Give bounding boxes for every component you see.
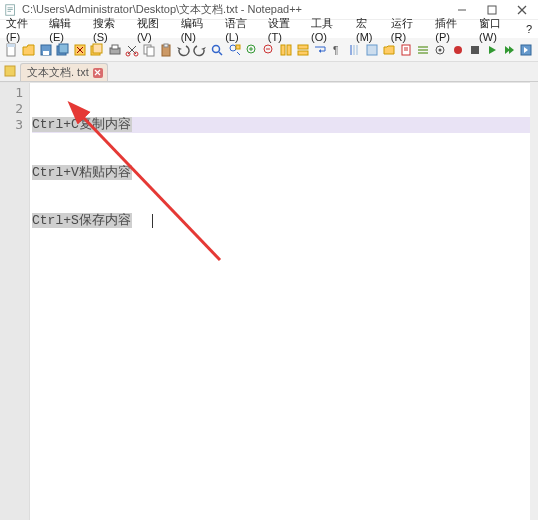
svg-rect-18 (93, 44, 102, 53)
toolbar: ¶ (0, 38, 538, 62)
redo-icon[interactable] (193, 41, 208, 59)
close-all-icon[interactable] (90, 41, 105, 59)
menu-window[interactable]: 窗口(W) (475, 15, 522, 44)
line-number-gutter: 1 2 3 (0, 83, 30, 520)
copy-icon[interactable] (141, 41, 156, 59)
svg-rect-2 (8, 9, 13, 10)
svg-rect-40 (298, 45, 308, 49)
save-all-icon[interactable] (55, 41, 70, 59)
svg-rect-52 (418, 52, 428, 54)
svg-rect-41 (298, 51, 308, 55)
svg-rect-39 (287, 45, 291, 55)
play-macro-icon[interactable] (484, 41, 499, 59)
menu-language[interactable]: 语言(L) (221, 15, 264, 44)
menu-run[interactable]: 运行(R) (387, 15, 431, 44)
menu-file[interactable]: 文件(F) (2, 15, 45, 44)
tab-close-button[interactable] (93, 68, 103, 78)
menu-view[interactable]: 视图(V) (133, 15, 177, 44)
svg-rect-1 (8, 7, 13, 8)
svg-rect-50 (418, 46, 428, 48)
indent-guide-icon[interactable] (347, 41, 362, 59)
svg-rect-3 (8, 10, 12, 11)
menu-bar: 文件(F) 编辑(E) 搜索(S) 视图(V) 编码(N) 语言(L) 设置(T… (0, 20, 538, 38)
line-number: 2 (0, 101, 23, 117)
stop-macro-icon[interactable] (467, 41, 482, 59)
svg-rect-9 (7, 44, 15, 47)
svg-rect-32 (236, 45, 240, 49)
replace-icon[interactable] (227, 41, 242, 59)
wrap-icon[interactable] (313, 41, 328, 59)
undo-icon[interactable] (176, 41, 191, 59)
save-macro-icon[interactable] (519, 41, 534, 59)
svg-line-30 (219, 52, 222, 55)
code-editor[interactable]: Ctrl+C复制内容 Ctrl+V粘贴内容 Ctrl+S保存内容 (30, 83, 538, 520)
svg-rect-58 (5, 66, 15, 76)
svg-rect-11 (43, 51, 49, 55)
all-chars-icon[interactable]: ¶ (330, 41, 345, 59)
svg-rect-5 (488, 6, 496, 14)
menu-edit[interactable]: 编辑(E) (45, 15, 89, 44)
svg-rect-13 (59, 44, 68, 53)
record-macro-icon[interactable] (450, 41, 465, 59)
sync-h-icon[interactable] (296, 41, 311, 59)
menu-encoding[interactable]: 编码(N) (177, 15, 221, 44)
svg-point-29 (213, 45, 220, 52)
svg-point-31 (230, 45, 236, 51)
save-icon[interactable] (38, 41, 53, 59)
doc-map-icon[interactable] (399, 41, 414, 59)
svg-point-55 (454, 46, 462, 54)
lang-panel-icon[interactable] (364, 41, 379, 59)
menu-help[interactable]: ? (522, 22, 536, 36)
svg-text:¶: ¶ (333, 45, 338, 56)
func-list-icon[interactable] (416, 41, 431, 59)
find-icon[interactable] (210, 41, 225, 59)
line-number: 1 (0, 85, 23, 101)
play-multi-icon[interactable] (502, 41, 517, 59)
svg-rect-46 (367, 45, 377, 55)
menu-settings[interactable]: 设置(T) (264, 15, 307, 44)
code-line: Ctrl+V粘贴内容 (32, 165, 538, 181)
zoom-out-icon[interactable] (261, 41, 276, 59)
code-line: Ctrl+S保存内容 (32, 213, 538, 229)
sync-v-icon[interactable] (279, 41, 294, 59)
tab-document[interactable]: 文本文档. txt (20, 63, 108, 81)
menu-search[interactable]: 搜索(S) (89, 15, 133, 44)
close-file-icon[interactable] (73, 41, 88, 59)
svg-rect-20 (112, 45, 118, 49)
line-number: 3 (0, 117, 23, 133)
svg-rect-51 (418, 49, 428, 51)
menu-tools[interactable]: 工具(O) (307, 15, 352, 44)
svg-rect-26 (147, 47, 154, 56)
print-icon[interactable] (107, 41, 122, 59)
change-marker-icon (4, 65, 18, 79)
cut-icon[interactable] (124, 41, 139, 59)
open-file-icon[interactable] (21, 41, 36, 59)
paste-icon[interactable] (158, 41, 173, 59)
code-line: Ctrl+C复制内容 (32, 117, 538, 133)
monitor-icon[interactable] (433, 41, 448, 59)
svg-rect-28 (164, 44, 168, 47)
tab-bar: 文本文档. txt (0, 62, 538, 82)
new-file-icon[interactable] (4, 41, 19, 59)
svg-rect-56 (471, 46, 479, 54)
text-cursor (152, 214, 153, 228)
menu-plugins[interactable]: 插件(P) (431, 15, 475, 44)
zoom-in-icon[interactable] (244, 41, 259, 59)
svg-point-54 (439, 48, 442, 51)
vertical-scrollbar[interactable] (530, 82, 538, 520)
editor-area: 1 2 3 Ctrl+C复制内容 Ctrl+V粘贴内容 Ctrl+S保存内容 (0, 82, 538, 520)
folder-panel-icon[interactable] (381, 41, 396, 59)
tab-label: 文本文档. txt (27, 65, 89, 80)
svg-rect-38 (281, 45, 285, 55)
menu-macro[interactable]: 宏(M) (352, 15, 387, 44)
